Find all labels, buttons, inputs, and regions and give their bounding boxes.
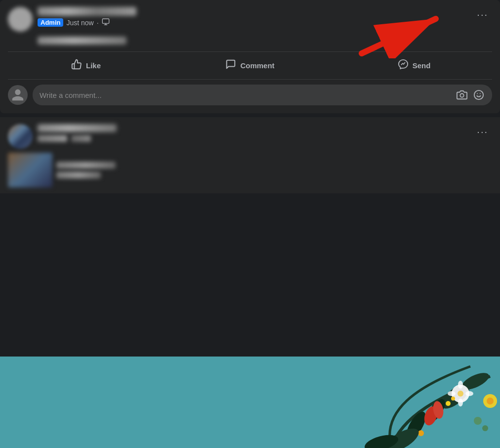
action-buttons-row: Like Comment Send: [0, 52, 500, 79]
camera-button[interactable]: [456, 89, 468, 101]
post2-meta: [38, 135, 117, 142]
floral-decoration: [302, 357, 500, 448]
like-button[interactable]: Like: [4, 54, 168, 77]
comment-icons: [456, 89, 485, 101]
post-menu-button[interactable]: ···: [473, 6, 492, 23]
post-time[interactable]: Just now: [66, 19, 93, 27]
post-card-2: ···: [0, 117, 500, 193]
emoji-icon: [473, 90, 484, 100]
comment-placeholder: Write a comment...: [40, 91, 452, 99]
post2-content: [8, 153, 492, 187]
comment-icon: [225, 59, 236, 72]
post-card-1: Admin Just now · ···: [0, 0, 500, 113]
commenter-avatar: [8, 85, 28, 105]
svg-point-13: [458, 391, 463, 397]
like-icon: [71, 59, 82, 72]
post2-menu-button[interactable]: ···: [473, 123, 492, 140]
post2-thumbnail: [8, 153, 52, 187]
post-author-section: Admin Just now ·: [8, 7, 136, 32]
bottom-decorative-image: [0, 357, 500, 448]
post-header: Admin Just now · ···: [0, 0, 500, 32]
post2-info: [38, 124, 117, 142]
svg-point-16: [448, 391, 456, 396]
post2-line1: [56, 162, 116, 169]
three-dots-icon: ···: [477, 9, 488, 20]
svg-point-15: [458, 399, 463, 406]
svg-point-4: [474, 90, 483, 99]
like-label: Like: [86, 61, 101, 70]
svg-point-14: [458, 381, 463, 389]
post2-three-dots-icon: ···: [477, 126, 488, 137]
person-icon: [11, 88, 25, 102]
post2-name: [38, 124, 117, 132]
post-text: [38, 37, 126, 45]
svg-point-23: [451, 397, 455, 401]
send-label: Send: [413, 61, 431, 70]
author-info: Admin Just now ·: [38, 7, 136, 27]
messenger-icon: [398, 59, 409, 72]
post2-avatar: [8, 124, 33, 149]
admin-badge: Admin: [38, 18, 63, 27]
svg-point-19: [487, 398, 494, 404]
post2-author-section: [8, 124, 117, 149]
comment-label: Comment: [240, 61, 274, 70]
post2-text-lines: [56, 162, 116, 179]
post2-blur-2: [71, 135, 91, 142]
post2-blur-1: [38, 135, 67, 142]
svg-point-28: [482, 425, 488, 431]
svg-rect-0: [102, 19, 109, 23]
comment-button[interactable]: Comment: [168, 54, 332, 77]
comment-input-wrapper[interactable]: Write a comment...: [33, 85, 492, 105]
svg-point-27: [474, 417, 482, 425]
svg-point-17: [465, 391, 473, 396]
author-meta: Admin Just now ·: [38, 18, 136, 27]
post2-line2: [56, 172, 101, 179]
svg-point-3: [460, 93, 463, 97]
comment-input-area: Write a comment...: [0, 80, 500, 113]
post2-header: ···: [8, 124, 492, 149]
author-name: [38, 7, 136, 16]
camera-icon: [457, 90, 467, 100]
send-button[interactable]: Send: [332, 54, 496, 77]
bullet-separator: ·: [97, 19, 99, 27]
svg-point-24: [418, 430, 424, 436]
avatar: [8, 7, 33, 32]
svg-point-22: [446, 401, 451, 406]
emoji-button[interactable]: [472, 89, 485, 101]
audience-icon: [102, 18, 110, 27]
